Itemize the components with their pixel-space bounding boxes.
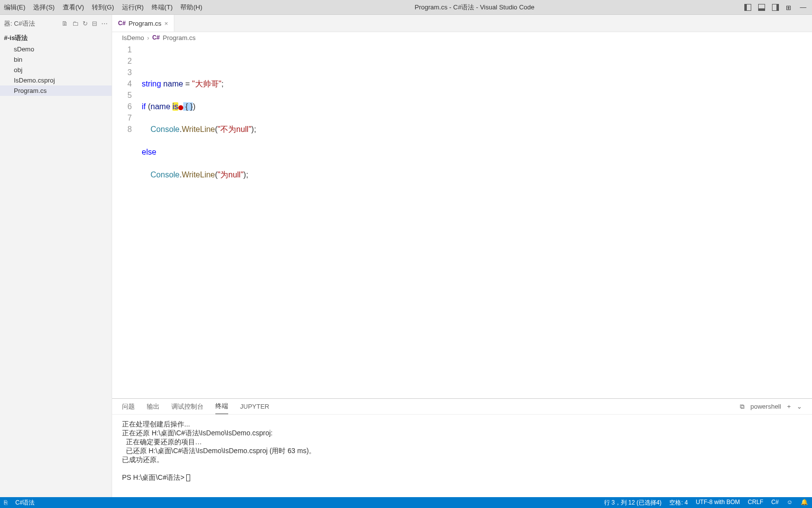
tab-problems[interactable]: 问题 bbox=[122, 399, 135, 414]
customize-layout-icon[interactable]: ⊞ bbox=[784, 2, 794, 12]
tree-item-folder[interactable]: sDemo bbox=[0, 44, 112, 54]
editor-tabs: C# Program.cs × bbox=[112, 15, 812, 32]
status-encoding[interactable]: UTF-8 with BOM bbox=[696, 499, 740, 507]
line-numbers: 1 2 3 4 5 6 7 8 bbox=[112, 44, 142, 398]
code-editor[interactable]: 1 2 3 4 5 6 7 8 string name = "大帅哥"; if … bbox=[112, 43, 812, 398]
breadcrumb-file[interactable]: Program.cs bbox=[162, 34, 195, 42]
new-folder-icon[interactable]: 🗀 bbox=[72, 20, 79, 27]
close-tab-icon[interactable]: × bbox=[164, 20, 168, 27]
menu-edit[interactable]: 编辑(E) bbox=[0, 1, 29, 14]
menu-select[interactable]: 选择(S) bbox=[29, 1, 58, 14]
tab-output[interactable]: 输出 bbox=[147, 399, 160, 414]
status-language[interactable]: C# bbox=[771, 499, 778, 507]
menu-terminal[interactable]: 终端(T) bbox=[148, 1, 177, 14]
tab-label: Program.cs bbox=[128, 20, 161, 27]
toggle-secondary-sidebar-icon[interactable] bbox=[771, 2, 780, 12]
menu-help[interactable]: 帮助(H) bbox=[176, 1, 206, 14]
tree-item-csproj[interactable]: IsDemo.csproj bbox=[0, 75, 112, 85]
status-branch[interactable]: C#语法 bbox=[15, 499, 35, 507]
code-content[interactable]: string name = "大帅哥"; if (name is { }) Co… bbox=[142, 44, 812, 398]
panel-tabs: 问题 输出 调试控制台 终端 JUPYTER ⧉ powershell + ⌄ bbox=[112, 399, 812, 415]
bottom-panel: 问题 输出 调试控制台 终端 JUPYTER ⧉ powershell + ⌄ … bbox=[112, 398, 812, 497]
toggle-primary-sidebar-icon[interactable] bbox=[743, 2, 753, 12]
tab-jupyter[interactable]: JUPYTER bbox=[240, 400, 269, 413]
layout-controls: ⊞ — bbox=[743, 2, 812, 12]
main-area: 器: C#语法 🗎 🗀 ↻ ⊟ ⋯ #-is语法 sDemo bin obj I… bbox=[0, 15, 812, 497]
status-bar: ⎘ C#语法 行 3，列 12 (已选择4) 空格: 4 UTF-8 with … bbox=[0, 497, 812, 508]
status-indentation[interactable]: 空格: 4 bbox=[669, 499, 688, 507]
breadcrumb-folder[interactable]: IsDemo bbox=[122, 34, 144, 42]
more-icon[interactable]: ⋯ bbox=[101, 20, 108, 27]
tree-item-bin[interactable]: bin bbox=[0, 54, 112, 65]
breadcrumb[interactable]: IsDemo › C# Program.cs bbox=[112, 32, 812, 43]
terminal-dropdown-icon[interactable]: ⌄ bbox=[797, 403, 802, 410]
terminal-shell-icon[interactable]: ⧉ bbox=[740, 403, 744, 411]
tab-program-cs[interactable]: C# Program.cs × bbox=[112, 15, 174, 32]
chevron-right-icon: › bbox=[147, 34, 149, 42]
refresh-icon[interactable]: ↻ bbox=[82, 20, 88, 27]
toggle-panel-icon[interactable] bbox=[757, 2, 767, 12]
menu-run[interactable]: 运行(R) bbox=[118, 1, 148, 14]
csharp-file-icon: C# bbox=[152, 34, 160, 41]
tree-item-obj[interactable]: obj bbox=[0, 65, 112, 75]
cursor-indicator bbox=[178, 105, 183, 110]
status-remote-icon[interactable]: ⎘ bbox=[4, 499, 7, 506]
title-bar: 编辑(E) 选择(S) 查看(V) 转到(G) 运行(R) 终端(T) 帮助(H… bbox=[0, 0, 812, 15]
collapse-icon[interactable]: ⊟ bbox=[92, 20, 97, 27]
explorer-header: 器: C#语法 🗎 🗀 ↻ ⊟ ⋯ bbox=[0, 15, 112, 32]
status-cursor-position[interactable]: 行 3，列 12 (已选择4) bbox=[604, 499, 662, 507]
terminal-shell-label[interactable]: powershell bbox=[750, 403, 781, 410]
new-file-icon[interactable]: 🗎 bbox=[62, 20, 68, 27]
explorer-sidebar: 器: C#语法 🗎 🗀 ↻ ⊟ ⋯ #-is语法 sDemo bin obj I… bbox=[0, 15, 112, 497]
main-menu: 编辑(E) 选择(S) 查看(V) 转到(G) 运行(R) 终端(T) 帮助(H… bbox=[0, 1, 206, 14]
menu-go[interactable]: 转到(G) bbox=[88, 1, 118, 14]
new-terminal-icon[interactable]: + bbox=[787, 403, 791, 410]
file-tree: #-is语法 sDemo bin obj IsDemo.csproj Progr… bbox=[0, 32, 112, 497]
status-eol[interactable]: CRLF bbox=[748, 499, 763, 507]
terminal-output[interactable]: 正在处理创建后操作... 正在还原 H:\桌面\C#语法\IsDemo\IsDe… bbox=[112, 415, 812, 497]
status-feedback-icon[interactable]: ☺ bbox=[787, 499, 793, 507]
tree-root[interactable]: #-is语法 bbox=[0, 32, 112, 44]
minimize-icon[interactable]: — bbox=[798, 2, 808, 12]
tab-debug-console[interactable]: 调试控制台 bbox=[171, 399, 203, 414]
explorer-title: 器: C#语法 bbox=[4, 19, 35, 28]
window-title: Program.cs - C#语法 - Visual Studio Code bbox=[206, 3, 743, 12]
tree-item-program[interactable]: Program.cs bbox=[0, 85, 112, 96]
csharp-file-icon: C# bbox=[118, 20, 125, 27]
editor-container: C# Program.cs × IsDemo › C# Program.cs 1… bbox=[112, 15, 812, 497]
menu-view[interactable]: 查看(V) bbox=[59, 1, 88, 14]
tab-terminal[interactable]: 终端 bbox=[215, 399, 228, 414]
status-notifications-icon[interactable]: 🔔 bbox=[801, 499, 808, 507]
terminal-cursor bbox=[186, 474, 190, 481]
